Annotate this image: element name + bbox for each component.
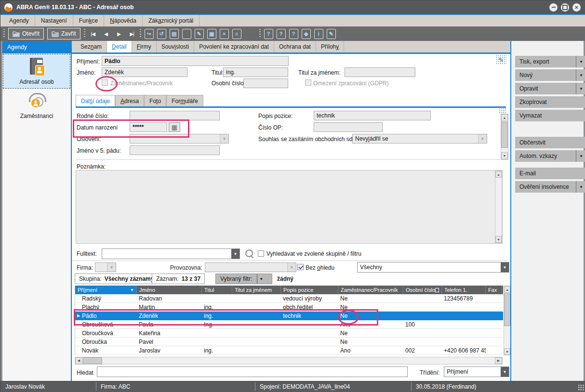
fields-scrollbar[interactable]: ▲ ▼: [501, 114, 508, 160]
table-row[interactable]: ObroučkaPavelNe: [75, 338, 503, 346]
table-hscrollbar[interactable]: ◀ ▶: [75, 357, 503, 365]
scroll-down-icon[interactable]: ▼: [495, 236, 502, 243]
panel-resize-handle[interactable]: [499, 108, 506, 114]
chevron-down-icon[interactable]: ▼: [107, 263, 116, 272]
tab-priloh-y[interactable]: Přílohy: [316, 41, 344, 52]
poznamka-textarea[interactable]: [76, 170, 503, 244]
chevron-down-icon[interactable]: ▼: [231, 249, 239, 259]
col-header-zamestnanec-pracovnik[interactable]: Zaměstnanec/Pracovník: [338, 286, 403, 294]
zamestnanec-checkbox[interactable]: [102, 79, 108, 86]
sidebar-item-adresar-osob[interactable]: Adresář osob: [3, 54, 70, 89]
action-button-vymazat[interactable]: Vymazat: [515, 110, 585, 121]
chevron-down-icon[interactable]: ▼: [478, 134, 487, 143]
refresh-record-icon[interactable]: ↺: [157, 29, 166, 39]
tab-povoleni-ke-zpracovani-dat[interactable]: Povolení ke zpracování dat: [194, 41, 274, 52]
context-help-icon[interactable]: ?: [277, 29, 286, 39]
last-record-icon[interactable]: ▶|: [128, 31, 136, 37]
poznamka-scrollbar[interactable]: ▲ ▼: [495, 170, 502, 243]
help-topics-icon[interactable]: ?: [289, 29, 298, 39]
col-header-osobni-cislo[interactable]: Osobní číslo: [403, 286, 442, 294]
vybrany-filtr-button[interactable]: Vybraný filtr: ▼: [215, 274, 272, 284]
osloveni-combo[interactable]: ▼: [130, 134, 229, 144]
subtab-for-m-ulare[interactable]: Formuláře: [166, 95, 203, 106]
tab-souv-i-slosti[interactable]: Souvislosti: [157, 41, 194, 52]
tab-d-etail[interactable]: Detail: [107, 41, 132, 52]
edit-record-icon[interactable]: ✎: [195, 29, 204, 39]
resize-grip[interactable]: [578, 384, 584, 391]
subtab-fo-t-o[interactable]: Foto: [144, 95, 166, 106]
action-button-opravit[interactable]: Opravit▼: [515, 83, 585, 94]
protocol-icon[interactable]: ≡: [232, 29, 241, 39]
scroll-right-icon[interactable]: ▶: [495, 357, 502, 364]
action-button-e-mail[interactable]: E-mail: [515, 168, 585, 179]
scroll-left-icon[interactable]: ◀: [75, 357, 82, 364]
chevron-down-icon[interactable]: ▼: [576, 185, 585, 189]
chevron-down-icon[interactable]: ▼: [257, 277, 265, 281]
help-icon[interactable]: ?: [264, 29, 273, 39]
scroll-up-icon[interactable]: ▲: [495, 171, 502, 178]
col-header-titul-za-jmenem[interactable]: Titul za jménem: [232, 286, 281, 294]
prijmeni-input[interactable]: Pádlo: [102, 56, 289, 66]
calendar-icon[interactable]: ▦: [169, 122, 180, 132]
goto-record-icon[interactable]: ↪: [145, 29, 154, 39]
col-header-prijmeni[interactable]: Příjmení▼: [75, 286, 137, 294]
action-button-zkopirovat[interactable]: Zkopírovat: [515, 96, 585, 108]
column-options-icon[interactable]: [435, 288, 439, 292]
menu-item-zak-a-znicky-portal[interactable]: Zákaznický portál: [143, 15, 199, 26]
titul-input[interactable]: ing.: [223, 67, 288, 77]
fulltext-combo[interactable]: ▼: [102, 248, 240, 259]
close-button[interactable]: ✕: [572, 3, 581, 12]
table-row[interactable]: RadskýRadovanvedoucí výrobyNe123456789: [75, 294, 503, 303]
chevron-down-icon[interactable]: ▼: [501, 262, 509, 272]
menu-item-a-g-endy[interactable]: Agendy: [3, 15, 35, 26]
skupina-box[interactable]: Skupina: Všechny záznamy: [75, 274, 158, 284]
col-header-titul[interactable]: Titul: [202, 286, 232, 294]
table-row[interactable]: ObroučkováKateřinaNe: [75, 329, 503, 338]
chevron-down-icon[interactable]: ▼: [220, 134, 228, 143]
close-agenda-button[interactable]: Zavřít: [47, 28, 80, 39]
table-row[interactable]: NovákJaroslaving.Ano002+420 606 987 456: [75, 346, 503, 355]
action-button-overeni-insolvence[interactable]: Ověření insolvence▼: [515, 181, 585, 193]
tab-sez-n-am[interactable]: Seznam: [76, 41, 107, 52]
print-icon[interactable]: ▤: [170, 29, 179, 39]
sidebar-item-zamestnanci[interactable]: Zaměstnanci: [3, 89, 70, 123]
table-row[interactable]: ObroučkováPavlaIng.Ano100: [75, 320, 503, 329]
copy-record-icon[interactable]: ▣: [207, 29, 216, 39]
feedback-icon[interactable]: ✎: [327, 29, 336, 39]
vsechny-combo[interactable]: Všechny▼: [357, 262, 509, 273]
table-scrollbar[interactable]: ▲ ▼: [504, 286, 511, 355]
scroll-up-icon[interactable]: ▲: [501, 114, 508, 121]
tab-f-irmy[interactable]: Firmy: [132, 41, 157, 52]
prev-record-icon[interactable]: ◀: [102, 31, 110, 37]
sort-icon[interactable]: ▼: [130, 288, 134, 292]
chevron-down-icon[interactable]: ▼: [287, 263, 296, 272]
open-button[interactable]: Otevřít: [8, 28, 44, 39]
search-icon[interactable]: [245, 249, 253, 257]
customize-layout-icon[interactable]: ✎: [496, 55, 506, 65]
trideni-combo[interactable]: Příjmení▼: [444, 366, 509, 377]
new-page-icon[interactable]: [182, 29, 191, 39]
col-header-jmeno[interactable]: Jméno: [137, 286, 202, 294]
menu-item-fun-k-ce[interactable]: Funkce: [73, 15, 104, 26]
menu-item-n-apoveda[interactable]: Nápověda: [104, 15, 143, 26]
souhlas-combo[interactable]: Nevyjádřil se▼: [352, 134, 487, 144]
rodne-cislo-input[interactable]: [130, 111, 220, 120]
col-header-fax[interactable]: Fax: [486, 286, 502, 294]
hledat-input[interactable]: [97, 366, 408, 377]
provozovna-combo[interactable]: ▼: [205, 262, 296, 272]
info-icon[interactable]: i: [314, 29, 323, 39]
scrollbar-thumb[interactable]: [504, 293, 510, 326]
first-record-icon[interactable]: |◀: [89, 31, 97, 37]
titul-za-jmenem-input[interactable]: [345, 67, 415, 77]
cislo-op-input[interactable]: [314, 122, 383, 132]
popis-pozice-input[interactable]: technik: [314, 111, 431, 120]
col-header-popis-pozice[interactable]: Popis pozice: [281, 286, 338, 294]
datum-narozeni-input[interactable]: *****: [130, 122, 167, 132]
col-header-telefon-1[interactable]: Telefon 1.: [442, 286, 486, 294]
action-button-tisk-export[interactable]: Tisk, export▼: [515, 56, 585, 67]
chevron-down-icon[interactable]: ▼: [501, 367, 509, 377]
delete-record-icon[interactable]: ×: [220, 29, 229, 39]
maximize-button[interactable]: [561, 3, 569, 12]
subtab-a-dresa[interactable]: Adresa: [115, 95, 144, 106]
scroll-up-icon[interactable]: ▲: [504, 286, 510, 293]
